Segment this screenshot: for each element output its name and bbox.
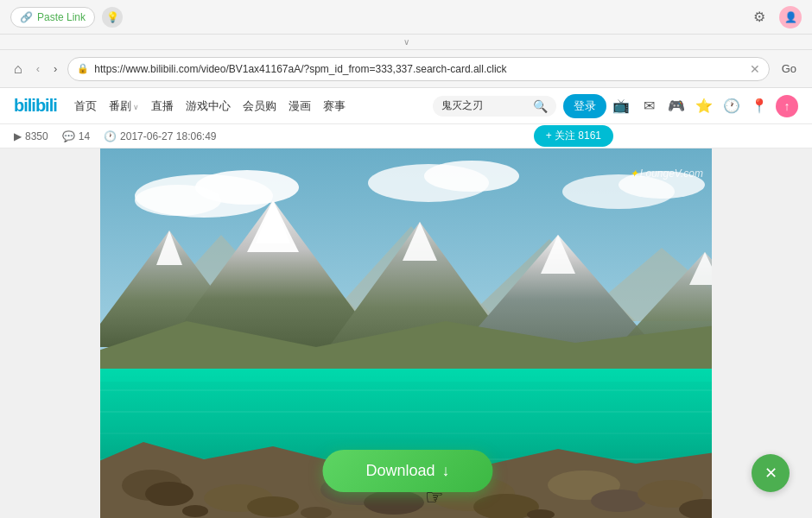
search-input[interactable] bbox=[441, 100, 528, 112]
menu-game[interactable]: 游戏中心 bbox=[181, 95, 236, 117]
address-bar[interactable]: 🔒 https://www.bilibili.com/video/BV1ax41… bbox=[67, 57, 769, 81]
download-button[interactable]: Download ↓ bbox=[322, 450, 492, 492]
tv-icon[interactable]: 📺 bbox=[610, 95, 632, 117]
download-arrow-icon: ↓ bbox=[442, 462, 450, 480]
title-bar-left: 🔗 Paste Link 💡 bbox=[10, 7, 123, 28]
title-bar-right: ⚙ 👤 bbox=[748, 6, 802, 28]
comment-count-value: 14 bbox=[79, 130, 90, 142]
clear-url-button[interactable]: ✕ bbox=[750, 62, 760, 76]
bilibili-logo: bilibili bbox=[14, 96, 57, 116]
mail-icon[interactable]: ✉ bbox=[638, 95, 660, 117]
follow-button[interactable]: + 关注 8161 bbox=[534, 125, 613, 147]
left-sidebar bbox=[0, 148, 100, 518]
right-sidebar: ✕ bbox=[712, 148, 812, 518]
chevron-down-icon: ∨ bbox=[403, 37, 409, 47]
lightbulb-icon[interactable]: 💡 bbox=[102, 7, 123, 28]
menu-anime[interactable]: 番剧 bbox=[104, 95, 144, 117]
play-icon: ▶ bbox=[14, 130, 22, 142]
clock-icon[interactable]: 🕐 bbox=[720, 95, 743, 117]
back-button[interactable]: ‹ bbox=[33, 59, 43, 79]
close-icon: ✕ bbox=[764, 464, 777, 483]
upload-icon[interactable]: ↑ bbox=[776, 95, 798, 117]
svg-point-36 bbox=[247, 496, 299, 517]
url-text: https://www.bilibili.com/video/BV1ax4116… bbox=[94, 63, 744, 75]
location-icon[interactable]: 📍 bbox=[748, 95, 771, 117]
browser-bar: ⌂ ‹ › 🔒 https://www.bilibili.com/video/B… bbox=[0, 50, 812, 88]
play-count: ▶ 8350 bbox=[14, 130, 48, 142]
svg-point-38 bbox=[364, 490, 424, 515]
menu-esports[interactable]: 赛事 bbox=[318, 95, 351, 117]
video-player: ✦LoungeV.com Download ↓ ☞ bbox=[100, 148, 715, 518]
video-meta-bar: ▶ 8350 💬 14 🕐 2017-06-27 18:06:49 + 关注 8… bbox=[0, 124, 812, 148]
watermark: ✦LoungeV.com bbox=[630, 167, 703, 180]
login-button[interactable]: 登录 bbox=[563, 94, 606, 118]
svg-point-45 bbox=[182, 505, 208, 517]
date-value: 2017-06-27 18:06:49 bbox=[120, 130, 216, 142]
bili-icon-bar: 📺 ✉ 🎮 ⭐ 🕐 📍 ↑ bbox=[610, 95, 798, 117]
gear-icon[interactable]: ⚙ bbox=[748, 6, 771, 28]
menu-manga[interactable]: 漫画 bbox=[283, 95, 316, 117]
star-icon[interactable]: ⭐ bbox=[693, 95, 715, 117]
svg-point-3 bbox=[135, 185, 221, 216]
close-float-button[interactable]: ✕ bbox=[752, 454, 790, 492]
bilibili-navbar: bilibili 首页 番剧 直播 游戏中心 会员购 漫画 赛事 🔍 登录 📺 … bbox=[0, 88, 812, 124]
main-content: ✦LoungeV.com Download ↓ ☞ ✕ bbox=[0, 148, 812, 518]
search-icon[interactable]: 🔍 bbox=[533, 99, 548, 113]
title-bar: 🔗 Paste Link 💡 ⚙ 👤 bbox=[0, 0, 812, 35]
home-button[interactable]: ⌂ bbox=[10, 58, 26, 80]
link-icon: 🔗 bbox=[20, 11, 33, 23]
lock-icon: 🔒 bbox=[77, 63, 89, 74]
search-bar[interactable]: 🔍 bbox=[433, 96, 556, 117]
svg-point-34 bbox=[145, 482, 193, 506]
forward-button[interactable]: › bbox=[50, 59, 60, 79]
comment-icon: 💬 bbox=[62, 130, 75, 142]
menu-home[interactable]: 首页 bbox=[69, 95, 102, 117]
download-label: Download bbox=[365, 462, 435, 480]
play-count-value: 8350 bbox=[25, 130, 48, 142]
svg-point-5 bbox=[424, 161, 519, 192]
watermark-star: ✦ bbox=[630, 167, 638, 180]
comment-count: 💬 14 bbox=[62, 130, 90, 142]
upload-date: 🕐 2017-06-27 18:06:49 bbox=[104, 130, 216, 142]
gamepad-icon[interactable]: 🎮 bbox=[665, 95, 688, 117]
avatar-icon[interactable]: 👤 bbox=[779, 6, 802, 28]
svg-rect-27 bbox=[100, 369, 715, 382]
collapse-handle[interactable]: ∨ bbox=[0, 35, 812, 50]
bilibili-menu: 首页 番剧 直播 游戏中心 会员购 漫画 赛事 bbox=[69, 95, 426, 117]
watermark-text: LoungeV.com bbox=[640, 167, 703, 180]
clock-icon: 🕐 bbox=[104, 130, 117, 142]
menu-live[interactable]: 直播 bbox=[146, 95, 179, 117]
paste-link-label: Paste Link bbox=[37, 11, 86, 23]
go-button[interactable]: Go bbox=[777, 59, 802, 79]
menu-shop[interactable]: 会员购 bbox=[238, 95, 282, 117]
paste-link-button[interactable]: 🔗 Paste Link bbox=[10, 7, 95, 28]
